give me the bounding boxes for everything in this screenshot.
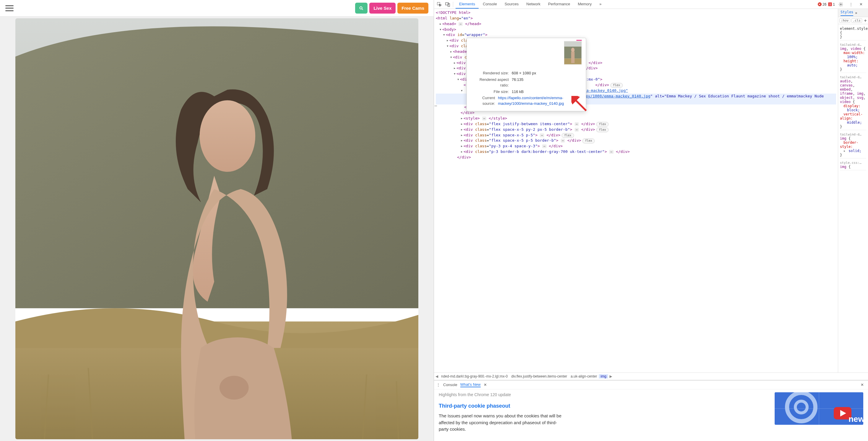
- styles-tab[interactable]: Styles: [840, 10, 853, 16]
- tab-network[interactable]: Network: [523, 0, 544, 8]
- hov-toggle[interactable]: :hov: [839, 18, 850, 23]
- rule-media-elements[interactable]: tailwind-d… audio, canvas, embed, iframe…: [840, 74, 866, 130]
- dom-url-fragment: mma-mackey_0140.jpg": [582, 88, 628, 93]
- live-sex-button[interactable]: Live Sex: [369, 3, 396, 13]
- breadcrumb-item[interactable]: nded-md.dark\:bg-gray-900.-mx-2.lg\:mx-0: [439, 374, 509, 378]
- tooltip-filesize-label: File size:: [470, 89, 512, 95]
- search-icon: [359, 6, 364, 11]
- thumb-label: new: [848, 414, 863, 423]
- tab-memory[interactable]: Memory: [574, 0, 595, 8]
- issue-count-badge[interactable]: !1: [828, 2, 835, 6]
- issue-count: 1: [833, 2, 835, 6]
- drawer-close-icon[interactable]: ✕: [861, 382, 864, 387]
- drawer-menu-icon[interactable]: ⋮: [436, 382, 440, 387]
- tooltip-aspect: 76:135: [512, 77, 524, 88]
- svg-line-1: [362, 8, 363, 10]
- svg-point-13: [840, 4, 841, 5]
- rule-element-style[interactable]: element.style { }: [840, 25, 866, 40]
- tooltip-filesize: 116 kB: [512, 89, 524, 95]
- close-devtools-icon[interactable]: ✕: [857, 1, 865, 8]
- breadcrumb-item[interactable]: a.uk-align-center: [569, 374, 599, 378]
- breadcrumb-right-icon[interactable]: ▶: [608, 374, 613, 378]
- devtools-drawer: ⋮ Console What's New ✕ ✕ Highlights from…: [434, 380, 868, 441]
- photo-card[interactable]: [16, 18, 418, 439]
- dom-tree[interactable]: ⋯ <!DOCTYPE html> <html lang="en"> ▸<hea…: [434, 9, 838, 373]
- svg-rect-14: [564, 41, 582, 46]
- drawer-article-paragraph: The Issues panel now warns you about the…: [439, 413, 563, 433]
- tooltip-aspect-label: Rendered aspect ratio:: [470, 77, 512, 88]
- tooltip-rendered-size: 608 × 1080 px: [512, 71, 536, 76]
- rule-img-video[interactable]: tailwind-d… img, video { max-width: 100%…: [840, 42, 866, 73]
- drawer-headline: Highlights from the Chrome 120 update: [439, 392, 769, 397]
- error-count-badge[interactable]: ✕26: [818, 2, 826, 6]
- drawer-tab-console[interactable]: Console: [443, 382, 457, 387]
- error-count: 26: [823, 2, 826, 6]
- tooltip-source-link[interactable]: https://fapello.com/content/e/m/emma-mac…: [498, 96, 564, 106]
- main-photo: [16, 18, 418, 439]
- breadcrumb-item-selected[interactable]: img: [599, 374, 608, 378]
- hamburger-menu-icon[interactable]: [5, 5, 13, 11]
- dom-doctype: <!DOCTYPE html>: [436, 10, 470, 15]
- dom-breadcrumb[interactable]: ◀ nded-md.dark\:bg-gray-900.-mx-2.lg\:mx…: [434, 373, 868, 380]
- drawer-article-title[interactable]: Third-party cookie phaseout: [439, 403, 769, 409]
- image-hover-tooltip: Rendered size:608 × 1080 px Rendered asp…: [466, 38, 586, 111]
- drawer-tab-close-icon[interactable]: ✕: [484, 382, 487, 387]
- tooltip-thumbnail: [564, 41, 582, 65]
- styles-panel: Styles » :hov .cls + element.style { } t…: [838, 9, 868, 373]
- webpage-pane: Live Sex Free Cams: [0, 0, 434, 441]
- tab-elements[interactable]: Elements: [456, 0, 478, 8]
- rule-stylecss-img[interactable]: style.css:… img {: [840, 160, 866, 170]
- tab-console[interactable]: Console: [479, 0, 500, 8]
- tab-performance[interactable]: Performance: [545, 0, 574, 8]
- drawer-video-thumbnail[interactable]: new: [775, 392, 863, 425]
- svg-rect-18: [571, 52, 575, 63]
- dom-gutter-menu-icon[interactable]: ⋯: [435, 103, 437, 109]
- tabs-overflow-icon[interactable]: »: [596, 0, 605, 8]
- search-button[interactable]: [355, 3, 368, 13]
- devtools-tabs: Elements Console Sources Network Perform…: [456, 0, 818, 8]
- top-buttons: Live Sex Free Cams: [355, 3, 428, 13]
- cls-toggle[interactable]: .cls: [851, 18, 862, 23]
- flex-badge[interactable]: flex: [610, 83, 623, 88]
- free-cams-button[interactable]: Free Cams: [397, 3, 428, 13]
- device-toolbar-icon[interactable]: [443, 1, 452, 8]
- svg-point-5: [219, 376, 249, 400]
- settings-gear-icon[interactable]: [837, 1, 845, 8]
- kebab-menu-icon[interactable]: ⋮: [847, 1, 855, 8]
- content-area: [0, 16, 434, 441]
- drawer-tab-whatsnew[interactable]: What's New: [460, 382, 481, 387]
- devtools-pane: Elements Console Sources Network Perform…: [434, 0, 868, 441]
- add-rule-icon[interactable]: +: [864, 18, 867, 23]
- devtools-toolbar: Elements Console Sources Network Perform…: [434, 0, 868, 9]
- tab-sources[interactable]: Sources: [501, 0, 522, 8]
- inspect-element-icon[interactable]: [435, 1, 443, 8]
- breadcrumb-item[interactable]: div.flex.justify-between.items-center: [509, 374, 569, 378]
- svg-point-0: [360, 6, 362, 9]
- svg-point-4: [200, 100, 255, 172]
- breadcrumb-left-icon[interactable]: ◀: [434, 374, 439, 378]
- tooltip-source-label: Current source:: [470, 95, 498, 107]
- site-topbar: Live Sex Free Cams: [0, 0, 434, 16]
- rule-img-border[interactable]: tailwind-d… img { border-style: ▸ solid;…: [840, 131, 866, 159]
- styles-overflow-icon[interactable]: »: [855, 11, 857, 15]
- svg-point-17: [571, 48, 575, 52]
- tooltip-rendered-size-label: Rendered size:: [470, 71, 512, 76]
